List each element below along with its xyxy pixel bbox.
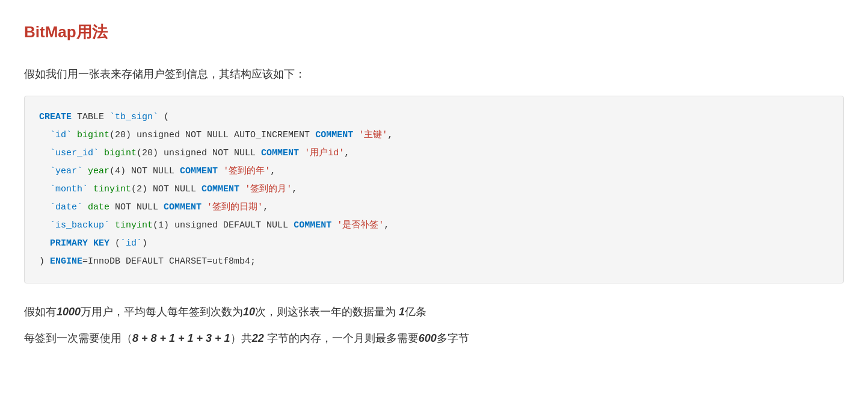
bottom2-suffix: 多字节 [437, 332, 469, 344]
bottom-text-1: 假如有1000万用户，平均每人每年签到次数为10次，则这张表一年的数据量为 1亿… [24, 302, 844, 322]
bottom-text-2: 每签到一次需要使用（8 + 8 + 1 + 1 + 3 + 1）共22 字节的内… [24, 328, 844, 348]
intro-text: 假如我们用一张表来存储用户签到信息，其结构应该如下： [24, 64, 844, 84]
bottom2-bold2: 22 [252, 332, 264, 344]
bottom2-mid1: ）共 [230, 332, 252, 344]
bottom1-mid1: 万用户，平均每人每年签到次数为 [81, 306, 243, 318]
bottom1-suffix: 亿条 [405, 306, 426, 318]
bottom1-prefix: 假如有 [24, 306, 57, 318]
bottom2-bold3: 600 [419, 332, 437, 344]
bottom1-bold1: 1000 [57, 306, 81, 318]
bottom2-mid2: 字节的内存，一个月则最多需要 [264, 332, 419, 344]
bottom2-bold1: 8 + 8 + 1 + 1 + 3 + 1 [132, 332, 230, 344]
bottom2-prefix: 每签到一次需要使用（ [24, 332, 132, 344]
bottom1-bold2: 10 [243, 306, 255, 318]
bottom1-bold3: 1 [399, 306, 405, 318]
code-block: CREATE TABLE `tb_sign` ( `id` bigint(20)… [24, 96, 844, 283]
page-title: BitMap用法 [24, 18, 844, 46]
bottom1-mid2: 次，则这张表一年的数据量为 [255, 306, 399, 318]
